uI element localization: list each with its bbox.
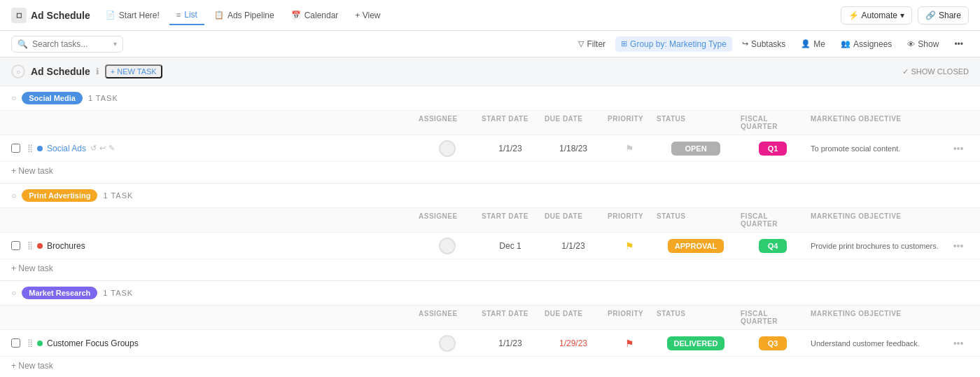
tab-add-view[interactable]: + View	[348, 6, 387, 25]
group-count-market-research: 1 TASK	[103, 289, 133, 297]
group-tag-social-media[interactable]: Social Media	[22, 92, 83, 104]
priority-flag-icon[interactable]: ⚑	[625, 240, 634, 252]
col-actions	[948, 114, 969, 132]
quarter-badge[interactable]: Q4	[759, 239, 787, 253]
row-menu-button[interactable]: •••	[953, 143, 964, 154]
automate-icon: ⚡	[848, 11, 859, 20]
show-button[interactable]: 👁 Show	[902, 36, 944, 52]
automate-chevron-icon: ▾	[900, 11, 904, 20]
row-menu-button[interactable]: •••	[953, 240, 964, 252]
tab-list[interactable]: ≡ List	[169, 6, 204, 25]
quarter-badge[interactable]: Q3	[759, 336, 787, 350]
more-options-button[interactable]: •••	[948, 36, 969, 52]
task-status-cell[interactable]: DELIVERED	[654, 336, 738, 350]
task-drag-handle[interactable]: ⣿	[27, 144, 33, 153]
group-by-button[interactable]: ⊞ Group by: Marketing Type	[615, 36, 732, 52]
search-icon: 🔍	[18, 39, 28, 49]
task-quarter-cell[interactable]: Q3	[738, 336, 808, 350]
undo-icon[interactable]: ↩	[99, 144, 106, 153]
task-name-label[interactable]: Social Ads	[47, 144, 86, 153]
task-priority-dot	[37, 341, 43, 346]
task-start-date-cell[interactable]: 1/1/23	[479, 338, 542, 348]
tab-start-here[interactable]: 📄 Start Here!	[99, 6, 167, 25]
table-row: ⣿ Social Ads ↺↩✎ 1/1/23 1/18/23 ⚑ OPEN Q…	[0, 135, 980, 162]
task-checkbox[interactable]	[11, 144, 20, 153]
status-badge[interactable]: OPEN	[671, 142, 720, 156]
group-expand-icon[interactable]: ○	[11, 93, 16, 103]
task-priority-dot	[37, 243, 43, 249]
col-priority: PRIORITY	[605, 308, 654, 327]
group-label-row-market-research: ○ Market Research 1 TASK	[0, 281, 980, 306]
repeat-icon[interactable]: ↺	[90, 144, 97, 153]
toolbar: 🔍 ▾ ▽ Filter ⊞ Group by: Marketing Type …	[0, 31, 980, 57]
new-task-button[interactable]: + NEW TASK	[105, 64, 162, 78]
col-fiscal-quarter: FISCAL QUARTER	[738, 114, 808, 132]
group-social-media: ○ Social Media 1 TASK ASSIGNEE START DAT…	[0, 85, 980, 183]
task-action-icons: ↺↩✎	[90, 144, 115, 153]
task-drag-handle[interactable]: ⣿	[27, 338, 33, 348]
task-name-cell: ⣿ Brochures	[11, 241, 416, 251]
task-status-cell[interactable]: OPEN	[654, 142, 738, 156]
search-chevron-icon[interactable]: ▾	[113, 40, 117, 48]
new-task-row-market-research[interactable]: + New task	[0, 357, 980, 377]
me-button[interactable]: 👤 Me	[795, 36, 831, 52]
priority-flag-icon[interactable]: ⚑	[625, 338, 634, 349]
avatar[interactable]	[439, 238, 456, 254]
task-quarter-cell[interactable]: Q4	[738, 239, 808, 253]
task-drag-handle[interactable]: ⣿	[27, 241, 33, 250]
task-assignee-cell	[416, 140, 479, 157]
search-box[interactable]: 🔍 ▾	[11, 36, 123, 53]
task-due-date-cell[interactable]: 1/18/23	[542, 144, 605, 153]
show-closed-button[interactable]: ✓ SHOW CLOSED	[902, 67, 969, 76]
row-menu-button[interactable]: •••	[953, 338, 964, 349]
tab-calendar[interactable]: 📅 Calendar	[284, 6, 346, 25]
filter-button[interactable]: ▽ Filter	[573, 36, 611, 52]
task-start-date-cell[interactable]: Dec 1	[479, 241, 542, 251]
group-tag-market-research[interactable]: Market Research	[22, 287, 97, 299]
col-status: STATUS	[654, 211, 738, 229]
task-due-date-cell[interactable]: 1/1/23	[542, 241, 605, 251]
task-priority-cell[interactable]: ⚑	[605, 240, 654, 252]
quarter-badge[interactable]: Q1	[759, 142, 787, 156]
task-priority-cell[interactable]: ⚑	[605, 143, 654, 154]
task-name-label[interactable]: Customer Focus Groups	[47, 338, 139, 348]
task-status-cell[interactable]: APPROVAL	[654, 239, 738, 253]
col-task-name	[11, 211, 416, 229]
avatar[interactable]	[439, 140, 456, 157]
subtasks-button[interactable]: ↪ Subtasks	[736, 36, 791, 52]
status-badge[interactable]: APPROVAL	[668, 239, 724, 253]
task-start-date-cell[interactable]: 1/1/23	[479, 144, 542, 153]
tab-ads-pipeline[interactable]: 📋 Ads Pipeline	[207, 6, 281, 25]
edit-icon[interactable]: ✎	[108, 144, 115, 153]
task-checkbox[interactable]	[11, 338, 20, 348]
group-expand-icon[interactable]: ○	[11, 191, 16, 200]
section-title: Ad Schedule	[31, 66, 90, 77]
col-actions	[948, 308, 969, 327]
task-due-date-cell[interactable]: 1/29/23	[542, 338, 605, 348]
section-expand-button[interactable]: ○	[11, 64, 25, 78]
logo-icon: ◻	[11, 8, 27, 23]
new-task-row-social-media[interactable]: + New task	[0, 162, 980, 183]
share-button[interactable]: 🔗 Share	[918, 6, 969, 25]
task-assignee-cell	[416, 335, 479, 352]
status-badge[interactable]: DELIVERED	[667, 336, 725, 350]
section-info-icon[interactable]: ℹ	[96, 67, 99, 76]
search-input[interactable]	[32, 39, 109, 49]
priority-flag-icon[interactable]: ⚑	[625, 143, 634, 154]
group-expand-icon[interactable]: ○	[11, 288, 16, 298]
task-checkbox[interactable]	[11, 241, 20, 250]
pipeline-icon: 📋	[214, 11, 224, 20]
marketing-objective-text: To promote social content.	[811, 144, 900, 153]
task-marketing-obj-cell: To promote social content.	[808, 144, 948, 153]
col-marketing-obj: MARKETING OBJECTIVE	[808, 211, 948, 229]
col-status: STATUS	[654, 308, 738, 327]
section-header: ○ Ad Schedule ℹ + NEW TASK ✓ SHOW CLOSED	[0, 57, 980, 85]
assignees-button[interactable]: 👥 Assignees	[835, 36, 897, 52]
avatar[interactable]	[439, 335, 456, 352]
task-quarter-cell[interactable]: Q1	[738, 142, 808, 156]
automate-button[interactable]: ⚡ Automate ▾	[841, 6, 912, 25]
group-tag-print-advertising[interactable]: Print Advertising	[22, 189, 97, 202]
task-name-label[interactable]: Brochures	[47, 241, 85, 251]
task-priority-cell[interactable]: ⚑	[605, 338, 654, 349]
new-task-row-print-advertising[interactable]: + New task	[0, 259, 980, 280]
